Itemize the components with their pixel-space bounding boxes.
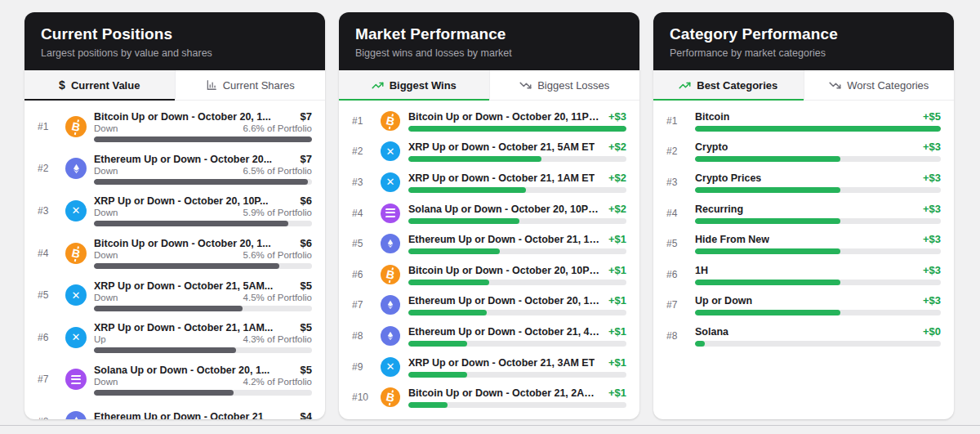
- category-link[interactable]: Hide From New: [695, 234, 769, 245]
- win-row: #6BBitcoin Up or Down - October 20, 10PM…: [339, 259, 639, 290]
- row-content: Hide From New+$3: [695, 233, 941, 254]
- row-title-line: Bitcoin Up or Down - October 20, 1...$7: [94, 110, 312, 123]
- market-link[interactable]: Bitcoin Up or Down - October 20, 1...: [94, 111, 271, 123]
- progress-track: [695, 126, 941, 132]
- tab-best-categories[interactable]: Best Categories: [653, 70, 804, 100]
- market-link[interactable]: Ethereum Up or Down - October 20...: [94, 154, 272, 165]
- category-link[interactable]: Up or Down: [695, 295, 752, 306]
- market-link[interactable]: XRP Up or Down - October 21, 5AM ET: [408, 141, 595, 153]
- solana-icon: [381, 204, 400, 223]
- category-link[interactable]: Crypto: [695, 141, 728, 153]
- tab-biggest-wins[interactable]: Biggest Wins: [339, 70, 489, 100]
- rank-label: #5: [38, 289, 58, 301]
- ethereum-icon: [381, 295, 400, 315]
- gain-value: +$1: [608, 325, 626, 338]
- progress-track: [408, 372, 626, 378]
- progress-fill: [695, 341, 705, 347]
- category-link[interactable]: Recurring: [695, 204, 743, 215]
- ethereum-icon: [65, 158, 87, 179]
- category-row: #4Recurring+$3: [653, 198, 954, 229]
- position-row: #7Solana Up or Down - October 20, 1...$5…: [24, 359, 325, 401]
- market-link[interactable]: XRP Up or Down - October 21, 5AM...: [94, 280, 273, 292]
- market-link[interactable]: XRP Up or Down - October 21, 1AM ET: [408, 172, 595, 184]
- row-content: Bitcoin Up or Down - October 20, 1...$6D…: [94, 237, 312, 269]
- category-link[interactable]: Solana: [695, 326, 728, 338]
- xrp-icon: ✕: [381, 357, 400, 377]
- page-bottom-border: [0, 425, 980, 426]
- tab-worst-categories[interactable]: Worst Categories: [804, 70, 955, 100]
- market-performance-card: Market Performance Biggest wins and loss…: [339, 12, 639, 419]
- rank-label: #3: [38, 205, 58, 217]
- tab-biggest-losses[interactable]: Biggest Losses: [489, 70, 640, 100]
- row-title-line: Bitcoin Up or Down - October 20, 1...$6: [94, 237, 312, 249]
- position-row: #4BBitcoin Up or Down - October 20, 1...…: [24, 232, 325, 275]
- gain-value: +$3: [608, 110, 626, 123]
- market-link[interactable]: Bitcoin Up or Down - October 21, 2AM ET: [408, 387, 602, 399]
- gain-value: +$0: [923, 325, 941, 338]
- market-link[interactable]: XRP Up or Down - October 21, 1AM...: [94, 322, 273, 333]
- gain-value: +$3: [923, 233, 941, 245]
- progress-track: [408, 156, 626, 162]
- rank-label: #2: [352, 145, 372, 157]
- portfolio-percent: 5.6% of Portfolio: [243, 250, 312, 260]
- tab-label: Biggest Wins: [390, 79, 457, 92]
- gain-value: +$1: [608, 264, 626, 276]
- market-link[interactable]: Solana Up or Down - October 20, 1...: [94, 365, 270, 376]
- category-link[interactable]: 1H: [695, 265, 708, 276]
- xrp-icon: ✕: [65, 327, 87, 348]
- rank-label: #1: [666, 115, 687, 127]
- progress-fill: [695, 280, 840, 285]
- tab-current-value[interactable]: $ Current Value: [24, 70, 175, 100]
- gain-value: +$2: [608, 141, 626, 153]
- rank-label: #8: [666, 330, 687, 342]
- portfolio-percent: 6.6% of Portfolio: [243, 123, 312, 133]
- rank-label: #4: [352, 208, 372, 219]
- gain-value: +$2: [608, 172, 626, 184]
- market-link[interactable]: Bitcoin Up or Down - October 20, 1...: [94, 238, 271, 249]
- row-content: 1H+$3: [695, 264, 941, 285]
- tab-label: Worst Categories: [847, 79, 929, 92]
- bar-chart-icon: [206, 79, 217, 91]
- progress-fill: [695, 156, 840, 162]
- win-row: #5Ethereum Up or Down - October 21, 1AM …: [339, 228, 639, 259]
- market-link[interactable]: Solana Up or Down - October 20, 10PM ET: [408, 204, 602, 215]
- tab-current-shares[interactable]: Current Shares: [175, 70, 326, 100]
- market-link[interactable]: Ethereum Up or Down - October 21, 4AM ET: [408, 326, 602, 338]
- progress-fill: [94, 306, 243, 311]
- category-link[interactable]: Bitcoin: [695, 111, 729, 123]
- wins-list: #1BBitcoin Up or Down - October 20, 11PM…: [339, 101, 639, 419]
- progress-fill: [408, 310, 487, 315]
- market-link[interactable]: Ethereum Up or Down - October 20, 10PM E…: [408, 295, 602, 306]
- progress-fill: [408, 248, 500, 254]
- market-link[interactable]: XRP Up or Down - October 21, 3AM ET: [408, 357, 595, 369]
- progress-fill: [408, 402, 448, 408]
- progress-track: [695, 341, 941, 347]
- rank-label: #4: [666, 208, 687, 219]
- ethereum-icon: [65, 411, 87, 419]
- market-link[interactable]: Bitcoin Up or Down - October 20, 11PM ET: [408, 111, 602, 123]
- position-value: $4: [301, 410, 312, 419]
- progress-fill: [408, 187, 526, 193]
- win-row: #3✕XRP Up or Down - October 21, 1AM ET+$…: [339, 167, 639, 198]
- dollar-icon: $: [59, 78, 65, 92]
- row-content: Crypto+$3: [695, 141, 941, 162]
- win-row: #4Solana Up or Down - October 20, 10PM E…: [339, 198, 639, 229]
- portfolio-percent: 6.5% of Portfolio: [243, 166, 312, 176]
- row-meta-line: Down4.5% of Portfolio: [94, 293, 312, 302]
- row-title-line: XRP Up or Down - October 21, 1AM...$5: [94, 321, 312, 333]
- category-link[interactable]: Crypto Prices: [695, 172, 761, 184]
- row-content: Bitcoin Up or Down - October 20, 10PM ET…: [408, 264, 626, 285]
- rank-label: #5: [352, 238, 372, 249]
- market-link[interactable]: Ethereum Up or Down - October 21, 1AM ET: [408, 234, 602, 245]
- market-link[interactable]: Bitcoin Up or Down - October 20, 10PM ET: [408, 265, 602, 276]
- position-value: $5: [301, 280, 312, 292]
- tab-label: Biggest Losses: [537, 79, 609, 92]
- row-content: Ethereum Up or Down - October 20, 10PM E…: [408, 294, 626, 315]
- progress-track: [94, 390, 312, 396]
- progress-track: [94, 306, 312, 311]
- market-link[interactable]: Ethereum Up or Down - October 21: [94, 411, 264, 419]
- rank-label: #3: [352, 177, 372, 188]
- market-link[interactable]: XRP Up or Down - October 20, 10P...: [94, 195, 268, 207]
- win-row: #2✕XRP Up or Down - October 21, 5AM ET+$…: [339, 136, 639, 168]
- rank-label: #7: [38, 374, 58, 385]
